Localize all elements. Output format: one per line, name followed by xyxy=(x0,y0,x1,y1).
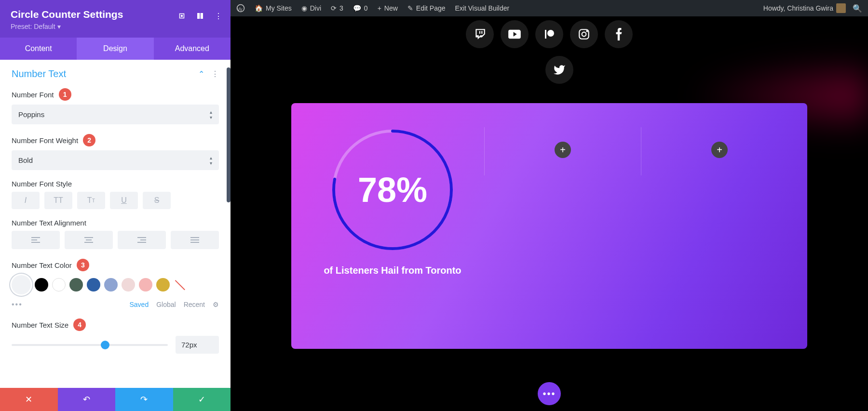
number-text-alignment-label: Number Text Alignment xyxy=(12,219,219,227)
tab-design[interactable]: Design xyxy=(77,38,153,60)
circle-counter-module[interactable]: 78% of Listeners Hail from Toronto xyxy=(311,127,475,325)
close-button[interactable]: ✕ xyxy=(0,388,58,411)
comments-link[interactable]: 💬0 xyxy=(353,4,368,12)
color-swatches xyxy=(12,275,219,294)
scrollbar[interactable] xyxy=(227,67,231,202)
divi-link[interactable]: ◉Divi xyxy=(301,4,321,12)
align-left-button[interactable] xyxy=(12,231,60,249)
color-more-icon[interactable]: ••• xyxy=(12,300,23,309)
field-number-text-color: Number Text Color 3 ••• Saved Global Rec… xyxy=(12,259,219,309)
add-module-button[interactable]: + xyxy=(711,142,728,158)
color-tab-global[interactable]: Global xyxy=(156,301,176,308)
more-icon[interactable]: ⋮ xyxy=(214,12,223,20)
svg-rect-6 xyxy=(481,31,482,34)
my-sites-link[interactable]: 🏠My Sites xyxy=(255,4,292,12)
social-bar xyxy=(231,16,868,56)
svg-point-8 xyxy=(547,30,554,37)
annotation-3: 3 xyxy=(77,259,89,271)
field-number-text-size: Number Text Size 4 xyxy=(12,318,219,354)
expand-icon[interactable] xyxy=(177,12,186,20)
edit-page-link[interactable]: ✎Edit Page xyxy=(407,4,446,12)
twitch-icon[interactable] xyxy=(466,20,494,48)
instagram-icon[interactable] xyxy=(570,20,598,48)
patreon-icon[interactable] xyxy=(535,20,563,48)
color-tab-saved[interactable]: Saved xyxy=(129,301,149,308)
divider xyxy=(641,127,641,175)
align-justify-button[interactable] xyxy=(171,231,219,249)
chevron-up-icon[interactable]: ⌃ xyxy=(198,69,204,79)
section-header: Number Text ⌃ ⋮ xyxy=(12,68,219,80)
color-swatch[interactable] xyxy=(12,275,31,294)
tabs: Content Design Advanced xyxy=(0,38,231,60)
svg-rect-5 xyxy=(479,31,480,34)
field-number-text-alignment: Number Text Alignment xyxy=(12,219,219,249)
slider-thumb[interactable] xyxy=(101,341,109,349)
youtube-icon[interactable] xyxy=(501,20,529,48)
annotation-1: 1 xyxy=(59,88,71,101)
section-title: Number Text xyxy=(12,68,66,80)
updates-link[interactable]: ⟳3 xyxy=(331,4,343,12)
uppercase-button[interactable]: TT xyxy=(44,192,72,209)
number-font-weight-select[interactable]: Bold xyxy=(12,150,219,170)
panel-body: Number Text ⌃ ⋮ Number Font 1 Poppins ▴▾… xyxy=(0,60,231,388)
text-size-slider[interactable] xyxy=(12,344,168,346)
divider xyxy=(484,127,485,175)
save-button[interactable]: ✓ xyxy=(173,388,231,411)
panel-footer: ✕ ↶ ↷ ✓ xyxy=(0,388,231,411)
number-font-weight-label: Number Font Weight xyxy=(12,136,78,145)
color-swatch[interactable] xyxy=(35,278,48,292)
gradient-section: 78% of Listeners Hail from Toronto + + xyxy=(291,103,807,349)
circle-value: 78% xyxy=(358,170,427,210)
preview-area: 78% of Listeners Hail from Toronto + + •… xyxy=(231,16,868,411)
svg-rect-7 xyxy=(545,30,546,39)
tab-advanced[interactable]: Advanced xyxy=(154,38,231,60)
color-swatch[interactable] xyxy=(156,278,170,292)
field-number-font-weight: Number Font Weight 2 Bold ▴▾ xyxy=(12,134,219,170)
text-size-input[interactable] xyxy=(176,336,219,354)
svg-point-11 xyxy=(586,30,587,31)
section-more-icon[interactable]: ⋮ xyxy=(211,69,219,79)
number-text-color-label: Number Text Color xyxy=(12,261,72,269)
avatar xyxy=(836,3,846,13)
strikethrough-button[interactable]: S xyxy=(143,192,171,209)
wp-logo-icon[interactable] xyxy=(236,4,245,13)
svg-point-4 xyxy=(237,5,244,12)
preset-selector[interactable]: Preset: Default▾ xyxy=(11,23,61,30)
align-right-button[interactable] xyxy=(118,231,166,249)
svg-point-1 xyxy=(181,15,183,17)
tab-content[interactable]: Content xyxy=(0,38,77,60)
color-settings-icon[interactable]: ⚙ xyxy=(213,301,219,308)
columns-icon[interactable] xyxy=(196,12,204,20)
color-tab-recent[interactable]: Recent xyxy=(184,301,205,308)
color-swatch[interactable] xyxy=(69,278,83,292)
circle-counter: 78% xyxy=(330,127,455,252)
twitter-icon[interactable] xyxy=(545,56,573,84)
underline-button[interactable]: U xyxy=(110,192,138,209)
undo-button[interactable]: ↶ xyxy=(58,388,116,411)
field-number-font: Number Font 1 Poppins ▴▾ xyxy=(12,88,219,124)
new-link[interactable]: +New xyxy=(378,4,398,12)
exit-builder-link[interactable]: Exit Visual Builder xyxy=(455,4,510,12)
align-center-button[interactable] xyxy=(65,231,113,249)
builder-fab[interactable]: ••• xyxy=(538,382,561,405)
color-swatch[interactable] xyxy=(122,278,135,292)
panel-header: Circle Counter Settings Preset: Default▾… xyxy=(0,0,231,38)
annotation-2: 2 xyxy=(83,134,95,146)
number-text-size-label: Number Text Size xyxy=(12,321,68,329)
search-icon[interactable]: 🔍 xyxy=(853,4,862,13)
color-swatch[interactable] xyxy=(139,278,152,292)
number-font-select[interactable]: Poppins xyxy=(12,105,219,124)
add-module-button[interactable]: + xyxy=(555,142,571,158)
circle-caption: of Listeners Hail from Toronto xyxy=(311,264,475,277)
smallcaps-button[interactable]: TT xyxy=(77,192,105,209)
user-greeting[interactable]: Howdy, Christina Gwira xyxy=(763,3,846,13)
color-swatch[interactable] xyxy=(87,278,100,292)
color-swatch[interactable] xyxy=(52,278,66,292)
redo-button[interactable]: ↷ xyxy=(115,388,173,411)
color-swatch[interactable] xyxy=(174,278,187,292)
color-swatch[interactable] xyxy=(104,278,118,292)
italic-button[interactable]: I xyxy=(12,192,40,209)
settings-panel: Circle Counter Settings Preset: Default▾… xyxy=(0,0,231,411)
svg-point-10 xyxy=(582,32,586,37)
facebook-icon[interactable] xyxy=(605,20,633,48)
